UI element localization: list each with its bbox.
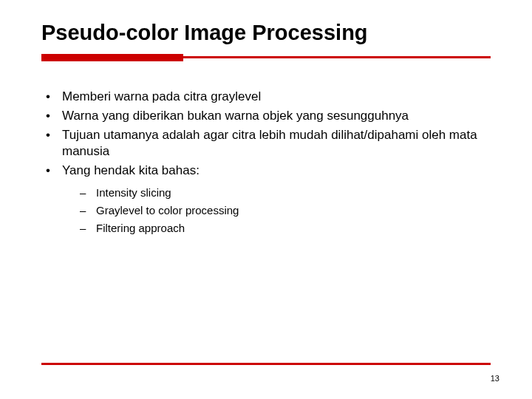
title-block: Pseudo-color Image Processing: [41, 21, 502, 45]
bullet-text: Memberi warna pada citra graylevel: [62, 89, 261, 103]
list-item: Graylevel to color processing: [74, 202, 495, 218]
list-item: Filtering approach: [74, 220, 495, 236]
list-item: Memberi warna pada citra graylevel: [41, 89, 495, 105]
sub-bullet-text: Graylevel to color processing: [96, 204, 239, 216]
slide-title: Pseudo-color Image Processing: [41, 21, 502, 45]
bullet-list: Memberi warna pada citra graylevel Warna…: [41, 89, 495, 236]
underline-thick: [41, 54, 183, 61]
list-item: Intensity slicing: [74, 185, 495, 200]
list-item: Yang hendak kita bahas: Intensity slicin…: [41, 163, 495, 236]
slide: Pseudo-color Image Processing Memberi wa…: [0, 0, 532, 399]
sub-bullet-text: Intensity slicing: [96, 186, 171, 199]
list-item: Tujuan utamanya adalah agar citra lebih …: [41, 127, 495, 160]
list-item: Warna yang diberikan bukan warna objek y…: [41, 108, 495, 124]
footer-rule: [41, 363, 491, 365]
bullet-text: Warna yang diberikan bukan warna objek y…: [62, 109, 409, 123]
bullet-text: Tujuan utamanya adalah agar citra lebih …: [62, 128, 477, 158]
sub-bullet-text: Filtering approach: [96, 222, 185, 234]
bullet-text: Yang hendak kita bahas:: [62, 163, 200, 177]
content-area: Memberi warna pada citra graylevel Warna…: [41, 89, 495, 239]
page-number: 13: [491, 374, 499, 383]
sub-bullet-list: Intensity slicing Graylevel to color pro…: [62, 185, 495, 236]
